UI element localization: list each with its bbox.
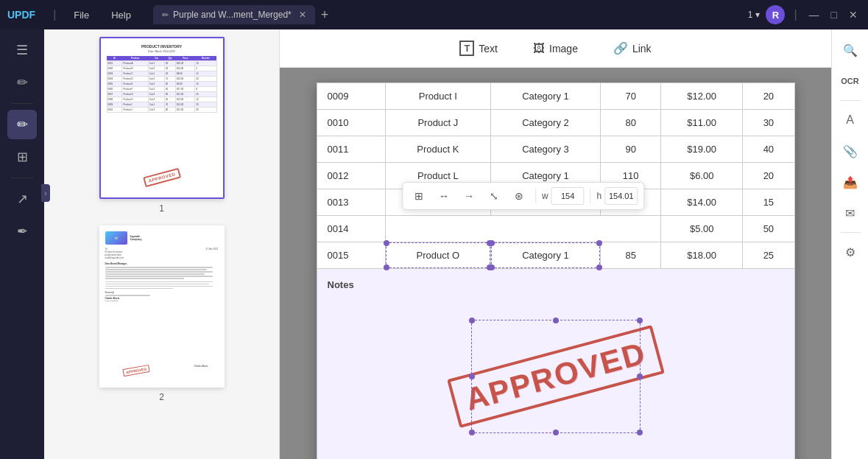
minimize-button[interactable]: — bbox=[806, 9, 822, 21]
page-indicator[interactable]: 1 ▾ bbox=[748, 10, 761, 20]
close-button[interactable]: ✕ bbox=[846, 9, 861, 21]
float-btn-1[interactable]: ⊞ bbox=[409, 186, 429, 206]
cell-id: 0014 bbox=[317, 216, 386, 242]
sidebar-item-pages[interactable]: ⊞ bbox=[7, 142, 37, 172]
active-tab[interactable]: ✏ Purple and W...ment_Merged* ✕ bbox=[153, 5, 315, 24]
cell-price: $12.00 bbox=[661, 83, 743, 110]
text-tool-button[interactable]: T Text bbox=[449, 36, 508, 60]
width-input-group: w bbox=[542, 187, 585, 205]
approved-stamp-text: APPROVED bbox=[447, 325, 665, 428]
height-input[interactable] bbox=[604, 187, 638, 205]
float-btn-4[interactable]: ⤡ bbox=[484, 186, 504, 206]
document-page: 0009 Product I Category 1 70 $12.00 20 0… bbox=[317, 83, 795, 459]
thumbnail-panel: PRODUCT INVENTORY Date: March 2024-2025 … bbox=[44, 29, 280, 459]
cell-price: $6.00 bbox=[661, 163, 743, 189]
updf-logo: UPDF bbox=[7, 9, 35, 21]
cell-id: 0015 bbox=[317, 242, 386, 269]
help-menu[interactable]: Help bbox=[104, 7, 138, 24]
add-tab-button[interactable]: + bbox=[315, 7, 335, 23]
edit-toolbar: T Text 🖼 Image 🔗 Link bbox=[280, 29, 831, 68]
email-icon[interactable]: ✉ bbox=[837, 200, 864, 226]
cell-with-toolbar: ⊞ ↔ → ⤡ ⊛ w bbox=[386, 216, 661, 242]
cell-price: $5.00 bbox=[661, 216, 743, 242]
image-tool-label: Image bbox=[549, 43, 578, 55]
cell-category: Category 1 bbox=[490, 83, 601, 110]
cell-product: Product K bbox=[386, 136, 491, 163]
floating-toolbar: ⊞ ↔ → ⤡ ⊛ w bbox=[402, 182, 644, 210]
left-sidebar: ☰ ✏ ✏ ⊞ ↗ ✒ › bbox=[0, 29, 44, 459]
file-menu[interactable]: File bbox=[66, 7, 96, 24]
sidebar-item-sign[interactable]: ✒ bbox=[7, 217, 37, 246]
sidebar-item-edit[interactable]: ✏ bbox=[7, 68, 37, 97]
table-row: 0011 Product K Category 3 90 $19.00 40 bbox=[317, 136, 794, 163]
sidebar-item-read[interactable]: ☰ bbox=[7, 35, 37, 65]
width-input[interactable] bbox=[551, 187, 585, 205]
float-btn-3[interactable]: → bbox=[459, 186, 479, 206]
float-btn-2[interactable]: ↔ bbox=[434, 186, 454, 206]
cell-reorder: 50 bbox=[743, 216, 794, 242]
cell-reorder: 20 bbox=[743, 83, 794, 110]
stamp-wrapper: APPROVED bbox=[471, 320, 641, 433]
cell-qty: 90 bbox=[601, 136, 661, 163]
settings-icon[interactable]: ⚙ bbox=[837, 239, 864, 265]
search-icon-right[interactable]: 🔍 bbox=[837, 37, 864, 63]
ocr-icon[interactable]: OCR bbox=[837, 68, 864, 94]
table-row: 0010 Product J Category 2 80 $11.00 30 bbox=[317, 110, 794, 136]
cell-reorder: 20 bbox=[743, 163, 794, 189]
cell-qty: 85 bbox=[601, 242, 661, 269]
document-view[interactable]: 0009 Product I Category 1 70 $12.00 20 0… bbox=[280, 68, 831, 459]
cell-qty: 70 bbox=[601, 83, 661, 110]
tab-edit-icon: ✏ bbox=[162, 10, 169, 20]
notes-cell: Notes APPROVED bbox=[317, 269, 794, 460]
tab-bar: ✏ Purple and W...ment_Merged* ✕ + bbox=[153, 5, 334, 24]
attachments-icon[interactable]: 📎 bbox=[837, 138, 864, 164]
cell-id: 0011 bbox=[317, 136, 386, 163]
thumb-approved-stamp: APPROVED bbox=[143, 168, 181, 187]
thumbnail-page-1[interactable]: PRODUCT INVENTORY Date: March 2024-2025 … bbox=[99, 37, 225, 214]
table-row-0015: 0015 Product O bbox=[317, 242, 794, 269]
inventory-table: 0009 Product I Category 1 70 $12.00 20 0… bbox=[317, 83, 795, 459]
cell-qty: 80 bbox=[601, 110, 661, 136]
cell-category: Category 3 bbox=[490, 136, 601, 163]
cell-id: 0012 bbox=[317, 163, 386, 189]
sidebar-collapse-arrow[interactable]: › bbox=[41, 184, 50, 202]
image-tool-icon: 🖼 bbox=[533, 42, 545, 55]
image-tool-button[interactable]: 🖼 Image bbox=[523, 38, 588, 60]
sidebar-item-annotate[interactable]: ✏ bbox=[7, 110, 37, 139]
tab-label: Purple and W...ment_Merged* bbox=[173, 10, 292, 20]
cell-reorder: 25 bbox=[743, 242, 794, 269]
float-btn-5[interactable]: ⊛ bbox=[509, 186, 529, 206]
link-tool-label: Link bbox=[632, 43, 652, 55]
cell-id: 0009 bbox=[317, 83, 386, 110]
sidebar-item-export[interactable]: ↗ bbox=[7, 184, 37, 214]
notes-row: Notes APPROVED bbox=[317, 269, 794, 460]
link-tool-button[interactable]: 🔗 Link bbox=[603, 37, 662, 60]
cell-product: Product O bbox=[386, 242, 491, 269]
right-sidebar: 🔍 OCR A 📎 📤 ✉ ⚙ bbox=[831, 29, 868, 459]
text-tool-label: Text bbox=[479, 43, 498, 55]
properties-icon[interactable]: A bbox=[837, 107, 864, 133]
sidebar-divider-2 bbox=[11, 178, 33, 178]
height-input-group: h bbox=[597, 187, 638, 205]
table-row-0014: 0014 ⊞ ↔ → ⤡ ⊛ bbox=[317, 216, 794, 242]
thumbnail-frame-1: PRODUCT INVENTORY Date: March 2024-2025 … bbox=[99, 37, 225, 199]
cell-reorder: 15 bbox=[743, 189, 794, 216]
text-tool-icon: T bbox=[459, 41, 474, 56]
cell-price: $11.00 bbox=[661, 110, 743, 136]
thumbnail-page-num-1: 1 bbox=[159, 203, 164, 214]
content-area: T Text 🖼 Image 🔗 Link 0009 Pr bbox=[280, 29, 831, 459]
cell-price: $18.00 bbox=[661, 242, 743, 269]
main-layout: ☰ ✏ ✏ ⊞ ↗ ✒ › PRODUCT INVENTORY Date: Ma… bbox=[0, 29, 868, 459]
approved-stamp-container[interactable]: APPROVED bbox=[471, 320, 641, 433]
width-label: w bbox=[542, 191, 548, 201]
cell-price: $19.00 bbox=[661, 136, 743, 163]
tab-close-button[interactable]: ✕ bbox=[299, 10, 306, 20]
share-icon[interactable]: 📤 bbox=[837, 169, 864, 195]
thumbnail-page-2[interactable]: 🏢 IngoudeCompany To:Product Inventorypro… bbox=[99, 225, 225, 402]
maximize-button[interactable]: □ bbox=[828, 9, 840, 21]
height-label: h bbox=[597, 191, 602, 201]
cell-reorder: 30 bbox=[743, 110, 794, 136]
table-row: 0009 Product I Category 1 70 $12.00 20 bbox=[317, 83, 794, 110]
avatar[interactable]: R bbox=[766, 5, 785, 24]
thumbnail-page-num-2: 2 bbox=[159, 392, 164, 402]
